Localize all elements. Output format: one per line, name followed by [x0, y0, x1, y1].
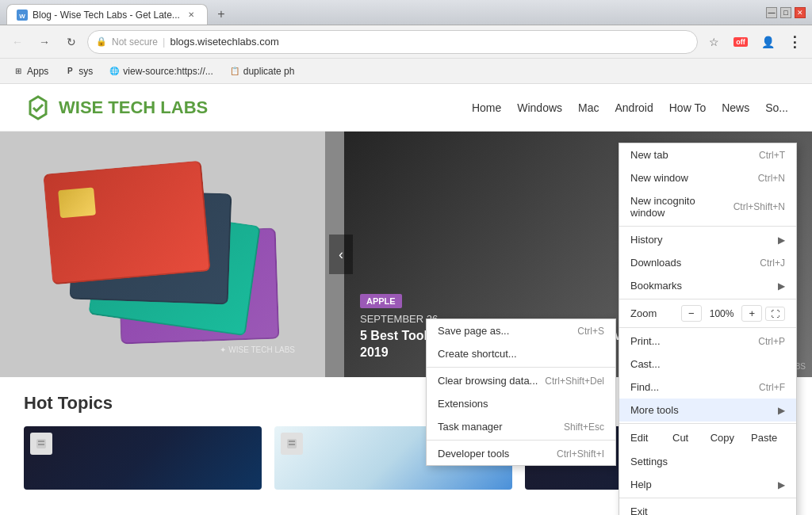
zoom-plus-button[interactable]: +	[741, 305, 762, 322]
menu-print[interactable]: Print... Ctrl+P	[619, 330, 796, 353]
nav-mac[interactable]: Mac	[578, 101, 599, 114]
logo-text: WISE TECH LABS	[59, 97, 208, 118]
new-window-label: New window	[630, 172, 688, 184]
downloads-shortcut: Ctrl+J	[760, 258, 785, 269]
print-label: Print...	[630, 335, 661, 347]
menu-divider-1	[427, 367, 615, 368]
sim-card-1	[43, 161, 210, 285]
menu-clear-browsing[interactable]: Clear browsing data... Ctrl+Shift+Del	[427, 369, 615, 392]
title-bar: W Blog - Wise Tech Labs - Get Late... ✕ …	[0, 0, 812, 25]
nav-home[interactable]: Home	[472, 101, 501, 114]
create-shortcut-label: Create shortcut...	[438, 348, 517, 360]
nav-windows[interactable]: Windows	[517, 101, 562, 114]
more-tools-label: More tools	[630, 404, 679, 416]
nav-howto[interactable]: How To	[669, 101, 706, 114]
menu-divider-7	[619, 498, 796, 498]
nav-news[interactable]: News	[722, 101, 749, 114]
extensions-label: Extensions	[438, 398, 488, 410]
menu-find[interactable]: Find... Ctrl+F	[619, 376, 796, 399]
extension-icon[interactable]: off	[730, 31, 752, 53]
bookmark-duplicate-label: duplicate ph	[243, 66, 295, 77]
lock-icon: 🔒	[96, 36, 107, 47]
menu-new-window[interactable]: New window Ctrl+N	[619, 166, 796, 189]
task-manager-label: Task manager	[438, 421, 503, 433]
menu-extensions[interactable]: Extensions	[427, 392, 615, 415]
hero-badge: APPLE	[360, 294, 402, 308]
watermark-left: ✦ WISE TECH LABS	[220, 345, 295, 354]
history-label: History	[630, 234, 662, 246]
close-button[interactable]: ✕	[795, 7, 806, 18]
bookmark-viewsource-label: view-source:https://...	[123, 66, 213, 77]
nav-more[interactable]: So...	[765, 101, 788, 114]
menu-zoom: Zoom − 100% + ⛶	[619, 301, 796, 326]
menu-divider-6	[619, 423, 796, 424]
topic-card-1[interactable]	[24, 426, 262, 490]
find-shortcut: Ctrl+F	[759, 382, 785, 393]
url-text: blogs.wisetechlabs.com	[170, 36, 278, 48]
zoom-fullscreen-button[interactable]: ⛶	[765, 307, 785, 321]
reload-button[interactable]: ↻	[60, 31, 82, 53]
nav-android[interactable]: Android	[615, 101, 653, 114]
maximize-button[interactable]: □	[780, 7, 791, 18]
new-tab-shortcut: Ctrl+T	[759, 150, 785, 161]
browser-menu-button[interactable]: ⋮	[783, 31, 806, 53]
find-label: Find...	[630, 381, 659, 393]
url-separator: |	[163, 36, 165, 48]
menu-more-tools[interactable]: More tools ▶	[619, 399, 796, 422]
new-tab-label: New tab	[630, 149, 668, 161]
active-tab[interactable]: W Blog - Wise Tech Labs - Get Late... ✕	[6, 4, 208, 25]
menu-history[interactable]: History ▶	[619, 228, 796, 251]
bookmark-sys[interactable]: P sys	[58, 63, 99, 79]
zoom-level: 100%	[705, 307, 739, 321]
menu-new-incognito[interactable]: New incognito window Ctrl+Shift+N	[619, 189, 796, 224]
history-arrow-icon: ▶	[778, 235, 785, 246]
new-tab-button[interactable]: +	[211, 4, 232, 25]
menu-new-tab[interactable]: New tab Ctrl+T	[619, 143, 796, 166]
bookmarks-arrow-icon: ▶	[778, 280, 785, 292]
bookmark-viewsource[interactable]: 🌐 view-source:https://...	[102, 63, 219, 79]
menu-downloads[interactable]: Downloads Ctrl+J	[619, 251, 796, 274]
downloads-label: Downloads	[630, 257, 681, 269]
edit-label: Edit	[630, 432, 660, 444]
menu-exit[interactable]: Exit	[619, 500, 796, 515]
star-button[interactable]: ☆	[703, 31, 725, 53]
menu-developer-tools[interactable]: Developer tools Ctrl+Shift+I	[427, 442, 615, 465]
forward-button[interactable]: →	[33, 31, 56, 53]
tab-close-btn[interactable]: ✕	[185, 9, 197, 21]
new-incognito-shortcut: Ctrl+Shift+N	[733, 201, 785, 212]
bookmark-duplicate[interactable]: 📋 duplicate ph	[223, 63, 301, 79]
menu-task-manager[interactable]: Task manager Shift+Esc	[427, 415, 615, 438]
context-menu-more-tools: Save page as... Ctrl+S Create shortcut..…	[426, 319, 616, 466]
back-button[interactable]: ←	[6, 31, 29, 53]
bookmark-apps[interactable]: ⊞ Apps	[6, 63, 55, 79]
menu-cast[interactable]: Cast...	[619, 353, 796, 376]
copy-button[interactable]: Copy	[702, 429, 744, 447]
cut-button[interactable]: Cut	[660, 429, 702, 447]
menu-create-shortcut[interactable]: Create shortcut...	[427, 342, 615, 365]
url-bar[interactable]: 🔒 Not secure | blogs.wisetechlabs.com	[87, 30, 698, 54]
menu-save-page[interactable]: Save page as... Ctrl+S	[427, 319, 615, 342]
exit-label: Exit	[630, 505, 648, 515]
bookmarks-bar: ⊞ Apps P sys 🌐 view-source:https://... 📋…	[0, 59, 812, 84]
menu-divider-2	[427, 440, 615, 441]
site-logo[interactable]: WISE TECH LABS	[24, 93, 208, 122]
browser-context-menu: New tab Ctrl+T New window Ctrl+N New inc…	[619, 143, 797, 515]
menu-settings[interactable]: Settings	[619, 450, 796, 473]
svg-rect-7	[289, 444, 295, 445]
clear-browsing-label: Clear browsing data...	[438, 375, 538, 387]
menu-help[interactable]: Help ▶	[619, 473, 796, 496]
clear-browsing-shortcut: Ctrl+Shift+Del	[545, 376, 604, 387]
menu-bookmarks[interactable]: Bookmarks ▶	[619, 274, 796, 297]
prev-slide-button[interactable]: ‹	[329, 235, 353, 274]
paste-button[interactable]: Paste	[743, 429, 785, 447]
new-incognito-label: New incognito window	[630, 195, 727, 219]
menu-divider-5	[619, 327, 796, 328]
viewsource-icon: 🌐	[109, 66, 120, 77]
svg-rect-4	[38, 444, 44, 445]
minimize-button[interactable]: —	[766, 7, 777, 18]
svg-rect-6	[289, 441, 295, 442]
profile-button[interactable]: 👤	[756, 31, 779, 53]
zoom-minus-button[interactable]: −	[681, 305, 702, 322]
topic-badge-2	[281, 433, 303, 455]
help-arrow-icon: ▶	[778, 479, 785, 490]
